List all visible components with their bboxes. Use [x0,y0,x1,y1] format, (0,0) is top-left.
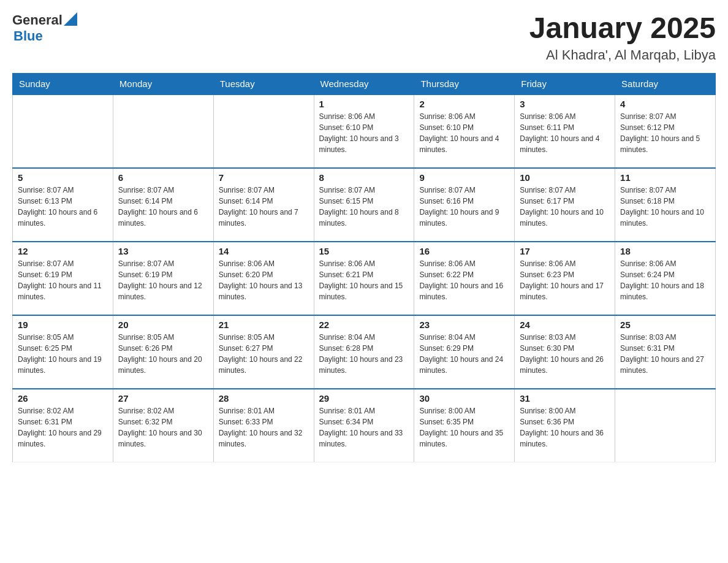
day-cell [615,389,716,462]
day-cell [213,94,314,168]
day-number: 28 [219,393,309,404]
week-row-4: 19Sunrise: 8:05 AMSunset: 6:25 PMDayligh… [13,315,716,389]
location-subtitle: Al Khadra', Al Marqab, Libya [529,47,716,63]
day-number: 26 [18,393,108,404]
day-info: Sunrise: 8:02 AMSunset: 6:32 PMDaylight:… [118,405,208,450]
day-cell: 24Sunrise: 8:03 AMSunset: 6:30 PMDayligh… [515,315,615,389]
day-info: Sunrise: 8:07 AMSunset: 6:15 PMDaylight:… [319,185,409,229]
week-row-2: 5Sunrise: 8:07 AMSunset: 6:13 PMDaylight… [13,168,716,242]
day-number: 21 [219,320,309,330]
day-number: 22 [319,320,409,330]
weekday-header-friday: Friday [515,73,615,94]
day-cell: 8Sunrise: 8:07 AMSunset: 6:15 PMDaylight… [314,168,414,242]
day-number: 14 [219,246,309,256]
day-number: 4 [620,99,710,109]
day-cell: 25Sunrise: 8:03 AMSunset: 6:31 PMDayligh… [615,315,716,389]
day-cell: 18Sunrise: 8:06 AMSunset: 6:24 PMDayligh… [615,242,716,315]
logo-triangle-icon [64,12,77,26]
day-number: 9 [419,172,509,183]
day-info: Sunrise: 8:07 AMSunset: 6:19 PMDaylight:… [18,258,108,302]
day-info: Sunrise: 8:06 AMSunset: 6:10 PMDaylight:… [419,111,509,155]
day-number: 24 [520,320,610,330]
day-number: 31 [520,393,610,404]
svg-marker-0 [64,12,77,26]
page-header: General Blue January 2025 Al Khadra', Al… [12,12,716,63]
day-cell: 10Sunrise: 8:07 AMSunset: 6:17 PMDayligh… [515,168,615,242]
day-info: Sunrise: 8:06 AMSunset: 6:22 PMDaylight:… [419,258,509,302]
day-number: 11 [620,172,710,183]
day-number: 25 [620,320,710,330]
day-number: 15 [319,246,409,256]
day-info: Sunrise: 8:06 AMSunset: 6:20 PMDaylight:… [219,258,309,302]
day-cell: 4Sunrise: 8:07 AMSunset: 6:12 PMDaylight… [615,94,716,168]
day-number: 12 [18,246,108,256]
logo-general-text: General [12,12,63,28]
day-info: Sunrise: 8:02 AMSunset: 6:31 PMDaylight:… [18,405,108,450]
day-info: Sunrise: 8:05 AMSunset: 6:25 PMDaylight:… [18,332,108,376]
day-cell: 31Sunrise: 8:00 AMSunset: 6:36 PMDayligh… [515,389,615,462]
weekday-header-wednesday: Wednesday [314,73,414,94]
day-cell: 1Sunrise: 8:06 AMSunset: 6:10 PMDaylight… [314,94,414,168]
day-cell: 22Sunrise: 8:04 AMSunset: 6:28 PMDayligh… [314,315,414,389]
day-number: 6 [118,172,208,183]
day-info: Sunrise: 8:07 AMSunset: 6:19 PMDaylight:… [118,258,208,302]
day-cell: 5Sunrise: 8:07 AMSunset: 6:13 PMDaylight… [13,168,113,242]
week-row-5: 26Sunrise: 8:02 AMSunset: 6:31 PMDayligh… [13,389,716,462]
day-number: 29 [319,393,409,404]
logo: General Blue [12,12,77,44]
day-number: 17 [520,246,610,256]
month-title: January 2025 [529,12,716,45]
day-cell: 15Sunrise: 8:06 AMSunset: 6:21 PMDayligh… [314,242,414,315]
day-cell: 16Sunrise: 8:06 AMSunset: 6:22 PMDayligh… [414,242,515,315]
day-cell: 17Sunrise: 8:06 AMSunset: 6:23 PMDayligh… [515,242,615,315]
day-number: 27 [118,393,208,404]
day-cell: 26Sunrise: 8:02 AMSunset: 6:31 PMDayligh… [13,389,113,462]
day-info: Sunrise: 8:04 AMSunset: 6:28 PMDaylight:… [319,332,409,376]
day-number: 10 [520,172,610,183]
day-cell: 14Sunrise: 8:06 AMSunset: 6:20 PMDayligh… [213,242,314,315]
day-info: Sunrise: 8:04 AMSunset: 6:29 PMDaylight:… [419,332,509,376]
day-cell: 9Sunrise: 8:07 AMSunset: 6:16 PMDaylight… [414,168,515,242]
day-info: Sunrise: 8:03 AMSunset: 6:31 PMDaylight:… [620,332,710,376]
day-info: Sunrise: 8:06 AMSunset: 6:23 PMDaylight:… [520,258,610,302]
day-cell: 6Sunrise: 8:07 AMSunset: 6:14 PMDaylight… [113,168,213,242]
calendar-table: SundayMondayTuesdayWednesdayThursdayFrid… [12,73,716,463]
day-number: 13 [118,246,208,256]
day-info: Sunrise: 8:07 AMSunset: 6:14 PMDaylight:… [118,185,208,229]
day-info: Sunrise: 8:07 AMSunset: 6:17 PMDaylight:… [520,185,610,229]
day-cell: 30Sunrise: 8:00 AMSunset: 6:35 PMDayligh… [414,389,515,462]
day-number: 7 [219,172,309,183]
day-cell: 11Sunrise: 8:07 AMSunset: 6:18 PMDayligh… [615,168,716,242]
day-info: Sunrise: 8:07 AMSunset: 6:13 PMDaylight:… [18,185,108,229]
day-info: Sunrise: 8:05 AMSunset: 6:26 PMDaylight:… [118,332,208,376]
day-number: 23 [419,320,509,330]
day-info: Sunrise: 8:01 AMSunset: 6:33 PMDaylight:… [219,405,309,450]
day-info: Sunrise: 8:06 AMSunset: 6:24 PMDaylight:… [620,258,710,302]
day-info: Sunrise: 8:03 AMSunset: 6:30 PMDaylight:… [520,332,610,376]
day-cell: 19Sunrise: 8:05 AMSunset: 6:25 PMDayligh… [13,315,113,389]
day-number: 19 [18,320,108,330]
day-info: Sunrise: 8:06 AMSunset: 6:10 PMDaylight:… [319,111,409,155]
day-cell: 21Sunrise: 8:05 AMSunset: 6:27 PMDayligh… [213,315,314,389]
day-cell: 7Sunrise: 8:07 AMSunset: 6:14 PMDaylight… [213,168,314,242]
day-cell [113,94,213,168]
day-cell [13,94,113,168]
day-cell: 13Sunrise: 8:07 AMSunset: 6:19 PMDayligh… [113,242,213,315]
weekday-header-monday: Monday [113,73,213,94]
day-cell: 23Sunrise: 8:04 AMSunset: 6:29 PMDayligh… [414,315,515,389]
week-row-1: 1Sunrise: 8:06 AMSunset: 6:10 PMDaylight… [13,94,716,168]
title-area: January 2025 Al Khadra', Al Marqab, Liby… [529,12,716,63]
day-cell: 28Sunrise: 8:01 AMSunset: 6:33 PMDayligh… [213,389,314,462]
weekday-header-thursday: Thursday [414,73,515,94]
day-info: Sunrise: 8:01 AMSunset: 6:34 PMDaylight:… [319,405,409,450]
weekday-header-sunday: Sunday [13,73,113,94]
day-number: 8 [319,172,409,183]
day-number: 30 [419,393,509,404]
day-info: Sunrise: 8:07 AMSunset: 6:18 PMDaylight:… [620,185,710,229]
day-number: 20 [118,320,208,330]
day-cell: 29Sunrise: 8:01 AMSunset: 6:34 PMDayligh… [314,389,414,462]
day-cell: 12Sunrise: 8:07 AMSunset: 6:19 PMDayligh… [13,242,113,315]
day-number: 2 [419,99,509,109]
day-info: Sunrise: 8:06 AMSunset: 6:11 PMDaylight:… [520,111,610,155]
day-info: Sunrise: 8:07 AMSunset: 6:16 PMDaylight:… [419,185,509,229]
